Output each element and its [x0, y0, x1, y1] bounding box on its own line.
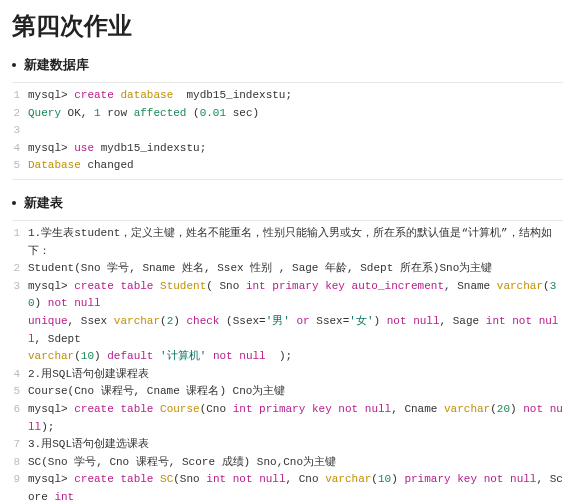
line-number: 5	[12, 157, 28, 175]
line-number: 4	[12, 140, 28, 158]
line-number: 2	[12, 105, 28, 123]
heading-text: 新建表	[24, 194, 63, 212]
code-block-1: 1mysql> create database mydb15_indexstu;…	[12, 82, 563, 180]
bullet-icon	[12, 201, 16, 205]
section-heading-1: 新建数据库	[12, 56, 563, 74]
line-number: 1	[12, 225, 28, 243]
line-number: 3	[12, 278, 28, 296]
line-number: 7	[12, 436, 28, 454]
line-number: 3	[12, 122, 28, 140]
bullet-icon	[12, 63, 16, 67]
line-number: 2	[12, 260, 28, 278]
line-number: 1	[12, 87, 28, 105]
page-title: 第四次作业	[12, 10, 563, 42]
line-number: 9	[12, 471, 28, 489]
section-heading-2: 新建表	[12, 194, 563, 212]
line-number: 4	[12, 366, 28, 384]
line-number: 8	[12, 454, 28, 472]
code-block-2: 11.学生表student，定义主键，姓名不能重名，性别只能输入男或女，所在系的…	[12, 220, 563, 500]
line-number: 5	[12, 383, 28, 401]
line-number: 6	[12, 401, 28, 419]
heading-text: 新建数据库	[24, 56, 89, 74]
